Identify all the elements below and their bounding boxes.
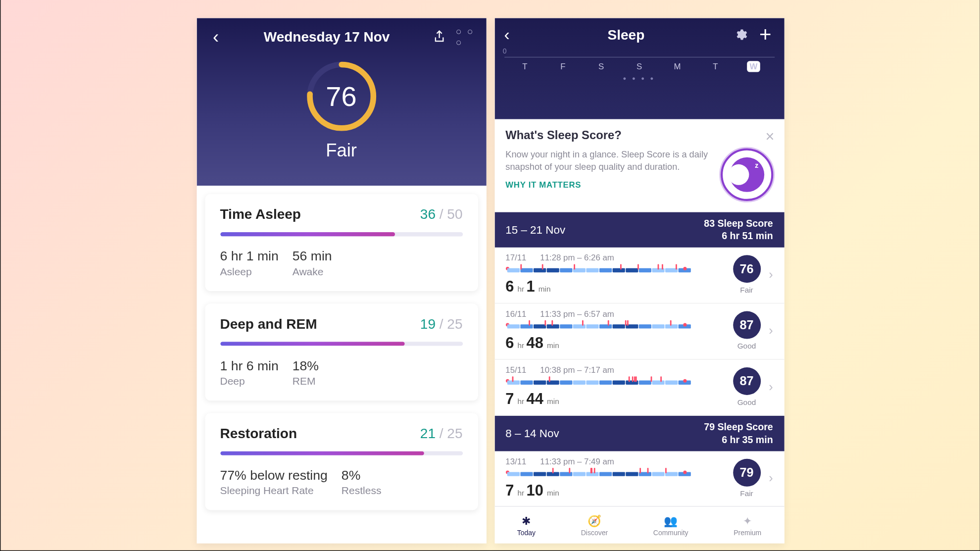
night-timespan: 11:28 pm – 6:26 am: [540, 253, 614, 263]
night-duration: 7 hr 10 min: [505, 482, 724, 500]
share-button[interactable]: [429, 27, 448, 47]
night-date: 16/11: [505, 309, 526, 319]
score-label: Fair: [326, 140, 357, 161]
card-score: 21 / 25: [420, 426, 462, 442]
week-range: 15 – 21 Nov: [505, 224, 565, 236]
night-score-badge: 76Fair: [733, 255, 760, 294]
tab-community[interactable]: 👥Community: [653, 513, 688, 536]
night-timespan: 10:38 pm – 7:17 am: [540, 365, 614, 375]
premium-icon: ✦: [740, 513, 754, 527]
chevron-right-icon: ›: [769, 267, 773, 282]
night-row[interactable]: 16/1111:33 pm – 6:57 am6 hr 48 min87Good…: [494, 303, 784, 359]
night-score-badge: 87Good: [733, 367, 760, 406]
why-it-matters-link[interactable]: WHY IT MATTERS: [505, 181, 710, 191]
card-score: 19 / 25: [420, 316, 462, 332]
score-value: 76: [303, 58, 379, 135]
week-range: 8 – 14 Nov: [505, 427, 559, 440]
settings-button[interactable]: [731, 26, 749, 44]
week-chart-axis: [504, 57, 774, 57]
night-row[interactable]: 15/1110:38 pm – 7:17 am7 hr 44 min87Good…: [494, 360, 784, 416]
tab-today[interactable]: ✱Today: [517, 513, 535, 536]
weekday-row: TFSSMTW: [504, 62, 774, 72]
hypnogram: [505, 265, 724, 275]
weekday-t-0[interactable]: T: [516, 62, 533, 72]
gear-icon: [733, 28, 747, 42]
night-score-badge: 87Good: [733, 311, 760, 350]
page-dots-icon: ● ● ● ●: [504, 76, 774, 82]
metric: 77% below restingSleeping Heart Rate: [220, 468, 327, 496]
moon-icon: [720, 149, 773, 201]
weekday-w-6[interactable]: W: [745, 62, 762, 72]
hypnogram: [505, 322, 724, 332]
metric: 18%REM: [292, 358, 318, 387]
back-button[interactable]: ‹: [504, 26, 521, 43]
community-icon: 👥: [664, 513, 678, 527]
info-title: What's Sleep Score?: [505, 129, 773, 143]
today-icon: ✱: [519, 513, 533, 527]
night-duration: 7 hr 44 min: [505, 390, 724, 408]
sleep-score-info-card: × What's Sleep Score? Know your night in…: [494, 119, 784, 212]
close-button[interactable]: ×: [765, 128, 774, 146]
week-header: 15 – 21 Nov83 Sleep Score6 hr 51 min: [494, 212, 784, 247]
add-button[interactable]: +: [756, 26, 774, 44]
progress-bar: [220, 451, 462, 455]
score-ring: 76: [303, 58, 379, 135]
back-button[interactable]: ‹: [207, 28, 224, 45]
tab-premium[interactable]: ✦Premium: [734, 513, 761, 536]
metric: 1 hr 6 minDeep: [220, 358, 278, 387]
night-date: 13/11: [505, 457, 526, 467]
progress-bar: [220, 342, 462, 346]
week-stats: 79 Sleep Score6 hr 35 min: [704, 421, 773, 446]
card-title: Time Asleep: [220, 206, 300, 222]
progress-bar: [220, 232, 462, 236]
sleep-list-screen: ‹ Sleep + TFSSMTW ● ● ● ● × What's Sleep…: [494, 18, 784, 543]
night-duration: 6 hr 48 min: [505, 334, 724, 352]
night-duration: 6 hr 1 min: [505, 278, 724, 296]
score-card-restoration[interactable]: Restoration21 / 2577% below restingSleep…: [204, 413, 478, 510]
chevron-right-icon: ›: [769, 380, 773, 394]
metric: 6 hr 1 minAsleep: [220, 249, 278, 277]
bottom-tab-bar: ✱Today🧭Discover👥Community✦Premium: [494, 506, 784, 544]
metric: 56 minAwake: [292, 249, 332, 277]
score-card-deep-and-rem[interactable]: Deep and REM19 / 251 hr 6 minDeep18%REM: [204, 303, 478, 401]
list-header: ‹ Sleep + TFSSMTW ● ● ● ●: [494, 18, 784, 119]
card-score: 36 / 50: [420, 206, 462, 222]
hypnogram: [505, 469, 724, 479]
card-title: Deep and REM: [220, 316, 317, 332]
hypnogram: [505, 378, 724, 388]
night-row[interactable]: 13/1111:33 pm – 7:49 am7 hr 10 min79Fair…: [494, 451, 784, 507]
night-timespan: 11:33 pm – 7:49 am: [540, 457, 614, 467]
discover-icon: 🧭: [587, 513, 601, 527]
weekday-s-2[interactable]: S: [592, 62, 609, 72]
weekday-t-5[interactable]: T: [707, 62, 724, 72]
weekday-s-3[interactable]: S: [631, 62, 647, 72]
week-header: 8 – 14 Nov79 Sleep Score6 hr 35 min: [494, 416, 784, 451]
detail-header: ‹ Wednesday 17 Nov ○ ○ ○ 76 Fair: [196, 18, 486, 186]
detail-date-title: Wednesday 17 Nov: [224, 29, 429, 45]
weekday-f-1[interactable]: F: [554, 62, 571, 72]
week-stats: 83 Sleep Score6 hr 51 min: [704, 218, 773, 242]
card-title: Restoration: [220, 426, 297, 442]
more-button[interactable]: ○ ○ ○: [455, 27, 475, 47]
chevron-right-icon: ›: [769, 323, 773, 338]
info-body-text: Know your night in a glance. Sleep Score…: [505, 149, 710, 174]
screen-title: Sleep: [521, 27, 732, 43]
chevron-right-icon: ›: [769, 471, 773, 485]
score-card-time-asleep[interactable]: Time Asleep36 / 506 hr 1 minAsleep56 min…: [204, 194, 478, 291]
night-date: 17/11: [505, 253, 526, 263]
night-score-badge: 79Fair: [733, 459, 760, 498]
night-timespan: 11:33 pm – 6:57 am: [540, 309, 614, 319]
night-date: 15/11: [505, 365, 526, 375]
weekday-m-4[interactable]: M: [669, 62, 686, 72]
tab-discover[interactable]: 🧭Discover: [581, 513, 607, 536]
sleep-detail-screen: ‹ Wednesday 17 Nov ○ ○ ○ 76 Fair Time As…: [196, 18, 486, 543]
night-row[interactable]: 17/1111:28 pm – 6:26 am6 hr 1 min76Fair›: [494, 248, 784, 303]
share-icon: [431, 29, 446, 45]
metric: 8%Restless: [341, 468, 381, 496]
